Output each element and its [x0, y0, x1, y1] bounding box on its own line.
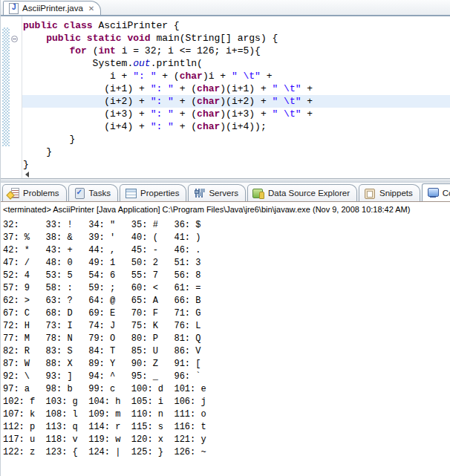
code-token: +: [301, 96, 313, 107]
code-token: + (: [174, 121, 197, 132]
datasource-icon: [252, 187, 264, 199]
console-icon: [427, 187, 439, 199]
code-token: char: [197, 108, 220, 120]
console-line: 57: 9 58: : 59: ; 60: < 61: =: [3, 282, 450, 295]
code-token: )(i+2) +: [220, 96, 272, 107]
code-token: char: [180, 71, 203, 82]
editor-code: public class AsciiPrinter { public stati…: [22, 19, 450, 171]
code-token: )(i+1) +: [220, 83, 272, 94]
java-file-icon: [7, 2, 19, 14]
console-line: 107: k 108: l 109: m 110: n 111: o: [3, 408, 450, 421]
code-line[interactable]: for (int i = 32; i <= 126; i+=5){: [22, 45, 450, 57]
console-line: 42: * 43: + 44: , 45: - 46: .: [3, 244, 450, 257]
code-token: + (: [156, 71, 179, 82]
console-line: 52: 4 53: 5 54: 6 55: 7 56: 8: [3, 270, 450, 282]
eclipse-window: AsciiPrinter.java ✕ public class AsciiPr…: [0, 0, 450, 476]
code-line[interactable]: }: [22, 158, 450, 171]
console-line: 117: u 118: v 119: w 120: x 121: y: [3, 434, 450, 446]
code-token: + (: [174, 96, 197, 107]
tab-console[interactable]: Console✕: [422, 183, 450, 201]
tab-servers[interactable]: Servers: [188, 184, 246, 201]
tab-label: Properties: [140, 189, 179, 198]
code-token: }: [23, 159, 29, 170]
console-line: 67: C 68: D 69: E 70: F 71: G: [3, 307, 450, 320]
console-process-header: <terminated> AsciiPrinter [Java Applicat…: [1, 203, 450, 217]
code-token: out: [133, 58, 150, 69]
code-token: AsciiPrinter {: [93, 20, 180, 31]
code-token: .println(: [151, 58, 203, 69]
code-token: " \t": [273, 96, 301, 107]
code-token: public: [46, 33, 81, 44]
range-indicator-hatch: [2, 27, 10, 146]
console-line: 97: a 98: b 99: c 100: d 101: e: [3, 383, 450, 396]
code-line[interactable]: (i+1) + ": " + (char)(i+1) + " \t" +: [22, 82, 450, 95]
code-token: System.: [23, 58, 133, 69]
tab-properties[interactable]: Properties: [120, 184, 186, 201]
panel-tabbar: ProblemsTasksPropertiesServersData Sourc…: [1, 183, 450, 202]
code-line[interactable]: public static void main(String[] args) {: [22, 32, 450, 45]
editor-tab-label: AsciiPrinter.java: [22, 4, 83, 13]
code-line-current[interactable]: (i+2) + ": " + (char)(i+2) + " \t" +: [22, 95, 450, 108]
console-line: 47: / 48: 0 49: 1 50: 2 51: 3: [3, 257, 450, 270]
tab-problems[interactable]: Problems: [2, 184, 67, 201]
code-line[interactable]: public class AsciiPrinter {: [22, 19, 450, 32]
tab-label: Tasks: [89, 189, 111, 198]
code-line[interactable]: (i+4) + ": " + (char)(i+4));: [22, 120, 450, 133]
scroll-left-arrow-icon[interactable]: [25, 172, 29, 177]
code-token: )(i+4));: [220, 121, 266, 132]
console-line: 102: f 103: g 104: h 105: i 106: j: [3, 396, 450, 408]
code-line[interactable]: }: [22, 133, 450, 146]
code-token: " \t": [232, 71, 261, 82]
code-token: + (: [174, 108, 197, 120]
code-line[interactable]: }: [22, 146, 450, 158]
tab-asciiprinter-java[interactable]: AsciiPrinter.java ✕: [3, 1, 101, 15]
code-line[interactable]: i + ": " + (char)i + " \t" +: [22, 70, 450, 82]
code-token: )i +: [203, 71, 232, 82]
code-token: char: [197, 121, 220, 132]
code-token: ": ": [151, 83, 174, 94]
code-token: char: [197, 83, 220, 94]
console-line: 122: z 123: { 124: | 125: } 126: ~: [3, 446, 450, 459]
servers-icon: [193, 187, 205, 199]
tasks-icon: [74, 187, 85, 199]
code-token: ": ": [133, 71, 156, 82]
code-token: [23, 33, 46, 44]
console-output[interactable]: 32: 33: ! 34: " 35: # 36: $37: % 38: & 3…: [1, 217, 450, 476]
tab-label: Data Source Explorer: [268, 189, 350, 198]
code-token: + (: [174, 83, 197, 94]
code-line[interactable]: System.out.println(: [22, 57, 450, 70]
properties-icon: [125, 187, 137, 199]
code-token: (i+2) +: [23, 96, 151, 107]
code-token: [23, 45, 69, 56]
code-token: )(i+3) +: [220, 108, 272, 120]
tab-data-source-explorer[interactable]: Data Source Explorer: [247, 184, 357, 201]
code-token: (: [87, 45, 99, 56]
console-line: 72: H 73: I 74: J 75: K 76: L: [3, 320, 450, 333]
console-line: 112: p 113: q 114: r 115: s 116: t: [3, 421, 450, 434]
tab-tasks[interactable]: Tasks: [68, 184, 118, 201]
problems-icon: [7, 187, 19, 199]
code-line[interactable]: (i+3) + ": " + (char)(i+3) + " \t" +: [22, 108, 450, 120]
code-token: " \t": [273, 108, 301, 120]
code-token: ": ": [151, 96, 174, 107]
code-token: }: [23, 146, 52, 157]
code-token: i +: [23, 71, 133, 82]
editor-tabbar: AsciiPrinter.java ✕: [1, 0, 450, 16]
console-line: 77: M 78: N 79: O 80: P 81: Q: [3, 333, 450, 345]
collapse-icon[interactable]: [11, 36, 18, 42]
console-line: 92: \ 93: ] 94: ^ 95: _ 96: `: [3, 371, 450, 383]
close-icon[interactable]: ✕: [88, 4, 94, 13]
code-token: class: [64, 20, 93, 31]
code-token: +: [261, 71, 273, 82]
code-editor[interactable]: public class AsciiPrinter { public stati…: [1, 16, 450, 178]
code-token: for: [69, 45, 86, 56]
console-line: 37: % 38: & 39: ' 40: ( 41: ): [3, 232, 450, 244]
snippets-icon: [364, 187, 376, 199]
code-token: [58, 20, 64, 31]
console-line: 62: > 63: ? 64: @ 65: A 66: B: [3, 295, 450, 307]
console-line: 32: 33: ! 34: " 35: # 36: $: [3, 219, 450, 232]
tab-label: Problems: [23, 189, 59, 198]
code-token: (i+3) +: [23, 108, 151, 120]
code-token: (i+4) +: [23, 121, 151, 132]
tab-snippets[interactable]: Snippets: [359, 184, 420, 201]
